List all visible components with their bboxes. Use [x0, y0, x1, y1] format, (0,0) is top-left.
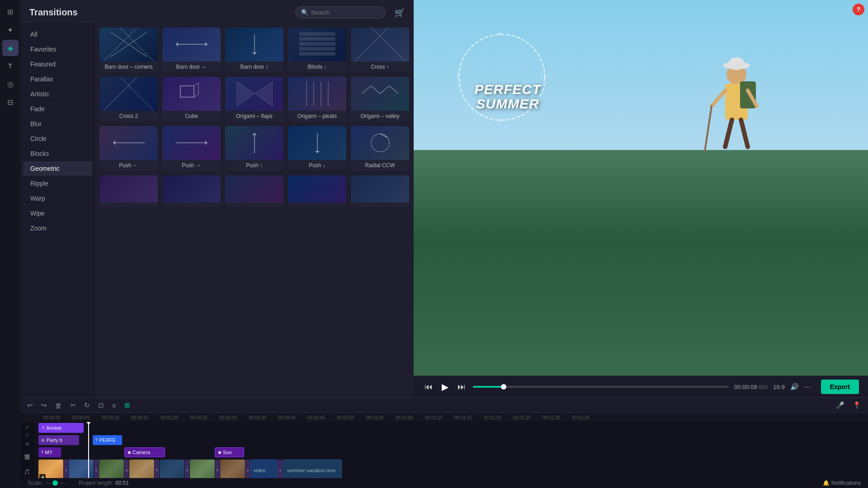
transition-row4c2[interactable] — [162, 175, 221, 207]
transition-barn-arrows[interactable]: Barn door ↔ — [162, 28, 221, 72]
category-geometric[interactable]: Geometric — [23, 161, 92, 176]
transition-push-left[interactable]: Push ← — [99, 126, 158, 171]
next-button[interactable]: ⏭ — [456, 381, 467, 393]
transition-2[interactable]: ⊕ — [94, 460, 99, 478]
transition-4[interactable]: ⊕ — [155, 460, 159, 478]
mic-button[interactable]: 🎤 — [834, 400, 847, 411]
transition-row4c5[interactable] — [351, 175, 409, 207]
ruler-mark: 00:01:00 — [366, 415, 396, 420]
cut-button[interactable]: ✂ — [68, 400, 78, 411]
category-warp[interactable]: Warp — [23, 191, 92, 206]
clip-perfe[interactable]: T PERFE — [93, 435, 122, 445]
category-blocks[interactable]: Blocks — [23, 146, 92, 161]
video-clip-6[interactable] — [190, 460, 215, 478]
video-clip-7[interactable] — [220, 460, 245, 478]
transition-origami-pleats[interactable]: Origami – pleats — [288, 77, 346, 122]
video-clip-4[interactable] — [129, 460, 154, 478]
track-control-add[interactable]: + — [25, 423, 29, 431]
transition-cross1[interactable]: Cross ↑ — [351, 28, 409, 72]
category-featured[interactable]: Featured — [23, 57, 92, 71]
category-wipe[interactable]: Wipe — [23, 206, 92, 221]
transition-5[interactable]: ⊕ — [185, 460, 189, 478]
undo-button[interactable]: ↩ — [25, 400, 35, 411]
category-circle[interactable]: Circle — [23, 131, 92, 146]
progress-bar[interactable] — [473, 386, 729, 388]
transition-barn-corners[interactable]: Barn door – corners — [99, 28, 158, 72]
video-clip-2[interactable]: ★ — [69, 460, 94, 478]
category-parallax[interactable]: Parallax — [23, 72, 92, 86]
delete-button[interactable]: 🗑 — [53, 400, 64, 411]
video-clip-5[interactable] — [160, 460, 184, 478]
transition-6[interactable]: ⊕ — [215, 460, 220, 478]
preview-container: ? — [414, 0, 868, 398]
category-artistic[interactable]: Artistic — [23, 87, 92, 101]
category-zoom[interactable]: Zoom — [23, 221, 92, 235]
volume-icon[interactable]: 🔊 — [790, 383, 799, 391]
video-clip-named[interactable]: video — [250, 460, 278, 478]
track-control-eye[interactable]: 👁 — [25, 440, 30, 448]
notifications-button[interactable]: 🔔 Notifications — [823, 480, 861, 486]
clip-camera[interactable]: ◉ Camera — [124, 447, 165, 457]
play-button[interactable]: ▶ — [440, 380, 450, 393]
clip-annive[interactable]: T Annive — [38, 423, 84, 433]
transition-row4c4[interactable] — [288, 175, 346, 207]
transition-label: Blinds ↓ — [288, 61, 346, 72]
sidebar-icon-globe[interactable]: ◎ — [2, 76, 19, 92]
loop-button[interactable]: ↻ — [82, 400, 92, 411]
transition-7[interactable]: ⊕ — [245, 460, 250, 478]
redo-button[interactable]: ↪ — [39, 400, 49, 411]
zoom-button[interactable]: ⊡ — [96, 400, 106, 411]
transition-row4c1[interactable] — [99, 175, 158, 207]
timeline-scroll[interactable]: T Annive ◎ Party b T — [34, 422, 868, 478]
category-all[interactable]: All — [23, 27, 92, 42]
help-button[interactable]: ? — [853, 4, 864, 15]
more-options-icon[interactable]: ⋯ — [804, 383, 811, 391]
clip-my[interactable]: T MY — [38, 447, 61, 457]
transition-1[interactable]: ⊕ — [64, 460, 68, 478]
transition-push-up[interactable]: Push ↑ — [225, 126, 283, 171]
video-clip-summer[interactable]: summer vacation.mov — [283, 460, 342, 478]
transition-origami-valley[interactable]: Origami – valley — [351, 77, 409, 122]
track-control-audio[interactable]: 🎵 — [24, 466, 30, 478]
scale-slider[interactable]: — — — [45, 480, 65, 486]
svg-text:∧: ∧ — [498, 30, 502, 37]
transition-push-right[interactable]: Push → — [162, 126, 221, 171]
transition-row4c3[interactable] — [225, 175, 283, 207]
video-clip-3[interactable] — [99, 460, 124, 478]
prev-button[interactable]: ⏮ — [423, 381, 434, 393]
sidebar-icon-magic[interactable]: ✦ — [2, 22, 19, 38]
transition-cross2[interactable]: Cross 2 — [99, 77, 158, 122]
svg-point-30 — [371, 134, 389, 152]
transition-3[interactable]: 3 — [124, 460, 129, 478]
category-fade[interactable]: Fade — [23, 102, 92, 116]
track-control-video[interactable]: 🎬 — [24, 449, 30, 465]
sidebar-icon-grid[interactable]: ⊞ — [2, 4, 19, 20]
clip-sun[interactable]: ◉ Sun — [215, 447, 244, 457]
export-button[interactable]: Export — [821, 380, 859, 394]
category-ripple[interactable]: Ripple — [23, 176, 92, 191]
video-text-line2: SUMMER — [475, 97, 541, 111]
transition-barn-down[interactable]: Barn door ↕ — [225, 28, 283, 72]
location-button[interactable]: 📍 — [850, 400, 863, 411]
category-favorites[interactable]: Favorites — [23, 42, 92, 56]
clip-party-b[interactable]: ◎ Party b — [38, 435, 79, 445]
sidebar-icon-effects[interactable]: ◈ — [2, 40, 19, 56]
settings-button[interactable]: ≡ — [110, 400, 118, 411]
sidebar-icon-apps[interactable]: ⊟ — [2, 94, 19, 110]
transition-origami-flaps[interactable]: Origami – flaps — [225, 77, 283, 122]
cart-icon[interactable]: 🛒 — [395, 8, 405, 18]
search-input[interactable] — [311, 9, 374, 16]
video-preview: › ‹ ∧ ∨ PERFECT SUMMER — [414, 0, 868, 375]
category-blur[interactable]: Blur — [23, 117, 92, 131]
search-icon: 🔍 — [301, 9, 308, 16]
ruler-mark: 00:01:25 — [513, 415, 542, 420]
transition-cube[interactable]: Cube — [162, 77, 221, 122]
search-box[interactable]: 🔍 — [295, 6, 386, 19]
crop-button[interactable]: ⊞ — [122, 400, 132, 411]
transition-8[interactable]: ⊕ — [278, 460, 283, 478]
transition-push-down[interactable]: Push ↓ — [288, 126, 346, 171]
transition-blinds[interactable]: Blinds ↓ — [288, 28, 346, 72]
sidebar-icon-text[interactable]: T — [2, 58, 19, 74]
track-control-lock[interactable]: T — [26, 432, 29, 439]
transition-radial[interactable]: Radial CCW — [351, 126, 409, 171]
